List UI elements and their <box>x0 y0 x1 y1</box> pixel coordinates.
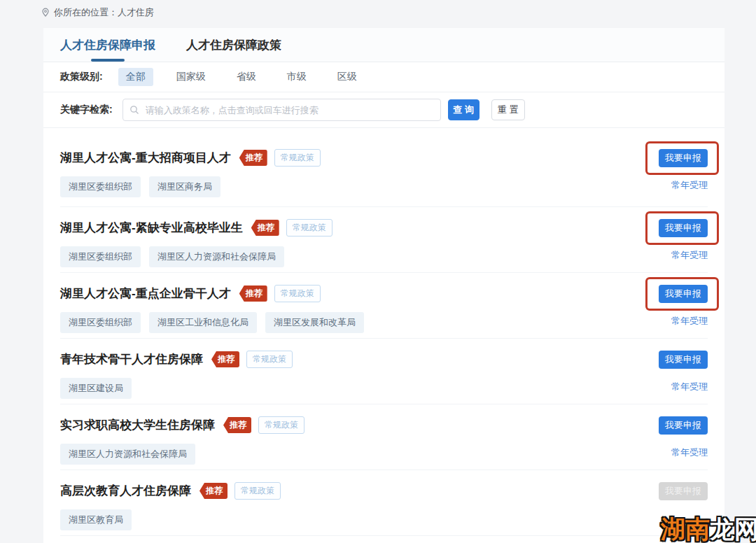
policy-type-tag: 常规政策 <box>234 482 281 500</box>
filter-option-city[interactable]: 市级 <box>279 68 314 86</box>
apply-button[interactable]: 我要申报 <box>659 149 708 167</box>
recommend-badge: 推荐 <box>200 483 227 499</box>
policy-type-tag: 常规政策 <box>274 285 321 302</box>
apply-button[interactable]: 我要申报 <box>659 416 708 435</box>
filter-option-national[interactable]: 国家级 <box>169 68 214 86</box>
policy-info: 湖里人才公寓-重大招商项目人才 推荐 常规政策 湖里区委组织部 湖里区商务局 <box>60 149 321 206</box>
accept-status: 常年受理 <box>671 446 708 459</box>
apply-button[interactable]: 我要申报 <box>659 351 708 369</box>
site-watermark: 湖南龙网 <box>661 516 756 543</box>
policy-item-4: 青年技术骨干人才住房保障 推荐 常规政策 湖里区建设局 我要申报 常年受理 <box>60 339 708 404</box>
recommend-badge: 推荐 <box>251 220 279 236</box>
accept-status: 常年受理 <box>671 179 708 192</box>
org-tag: 湖里区商务局 <box>149 176 220 197</box>
policy-item-6: 高层次教育人才住房保障 推荐 常规政策 湖里区教育局 我要申报 <box>60 470 708 536</box>
main-panel: 人才住房保障申报 人才住房保障政策 政策级别: 全部 国家级 省级 市级 区级 … <box>43 28 724 543</box>
reset-button[interactable]: 重 置 <box>491 99 525 120</box>
policy-info: 实习求职高校大学生住房保障 推荐 常规政策 湖里区人力资源和社会保障局 <box>60 416 304 470</box>
breadcrumb-prefix: 你所在的位置： <box>54 6 118 19</box>
recommend-badge: 推荐 <box>239 285 267 302</box>
search-box <box>122 99 441 121</box>
search-icon <box>130 105 139 115</box>
tab-bar: 人才住房保障申报 人才住房保障政策 <box>43 28 724 62</box>
policy-title[interactable]: 高层次教育人才住房保障 <box>60 483 191 499</box>
tab-policy-label: 人才住房保障政策 <box>186 37 281 53</box>
policy-info: 湖里人才公寓-重点企业骨干人才 推荐 常规政策 湖里区委组织部 湖里区工业和信息… <box>60 285 372 338</box>
apply-button-disabled: 我要申报 <box>659 482 708 500</box>
filter-option-provincial[interactable]: 省级 <box>229 68 264 86</box>
accept-status: 常年受理 <box>671 381 708 393</box>
location-pin-icon <box>41 8 50 17</box>
policy-type-tag: 常规政策 <box>274 149 321 167</box>
recommend-badge: 推荐 <box>211 351 239 367</box>
tab-policy[interactable]: 人才住房保障政策 <box>186 28 281 62</box>
policy-type-tag: 常规政策 <box>286 219 332 237</box>
org-tag: 湖里区教育局 <box>60 509 132 530</box>
policy-type-tag: 常规政策 <box>246 351 293 368</box>
org-tag: 湖里区委组织部 <box>60 246 141 267</box>
org-tag: 湖里区委组织部 <box>60 312 141 333</box>
filter-option-district[interactable]: 区级 <box>330 68 365 86</box>
policy-item-5: 实习求职高校大学生住房保障 推荐 常规政策 湖里区人力资源和社会保障局 我要申报… <box>60 404 708 470</box>
filter-option-all[interactable]: 全部 <box>118 68 153 86</box>
active-tab-underline <box>91 59 125 62</box>
query-button[interactable]: 查 询 <box>448 99 479 120</box>
policy-title[interactable]: 实习求职高校大学生住房保障 <box>60 417 215 433</box>
org-tag: 湖里区工业和信息化局 <box>149 312 257 333</box>
policy-info: 湖里人才公寓-紧缺专业高校毕业生 推荐 常规政策 湖里区委组织部 湖里区人力资源… <box>60 219 332 272</box>
accept-status: 常年受理 <box>671 315 708 327</box>
policy-title[interactable]: 湖里人才公寓-重大招商项目人才 <box>60 150 231 166</box>
policy-info: 高层次教育人才住房保障 推荐 常规政策 湖里区教育局 <box>60 482 281 535</box>
org-tag: 湖里区建设局 <box>60 378 132 399</box>
filter-label: 政策级别: <box>60 71 103 83</box>
apply-button[interactable]: 我要申报 <box>659 219 708 237</box>
policy-level-filter: 政策级别: 全部 国家级 省级 市级 区级 <box>43 62 724 92</box>
keyword-search-row: 关键字检索: 查 询 重 置 <box>43 92 724 128</box>
policy-title[interactable]: 湖里人才公寓-紧缺专业高校毕业生 <box>60 220 243 236</box>
tab-application-label: 人才住房保障申报 <box>60 37 155 53</box>
search-label: 关键字检索: <box>60 104 113 116</box>
watermark-part1: 湖南 <box>661 515 710 542</box>
policy-title[interactable]: 湖里人才公寓-重点企业骨干人才 <box>60 285 231 302</box>
search-input[interactable] <box>122 99 441 121</box>
org-tag: 湖里区人力资源和社会保障局 <box>149 246 284 267</box>
policy-title[interactable]: 青年技术骨干人才住房保障 <box>60 351 203 367</box>
policy-info: 青年技术骨干人才住房保障 推荐 常规政策 湖里区建设局 <box>60 351 293 404</box>
accept-status: 常年受理 <box>671 249 708 262</box>
apply-button[interactable]: 我要申报 <box>659 285 708 303</box>
policy-type-tag: 常规政策 <box>258 416 304 434</box>
recommend-badge: 推荐 <box>239 150 267 166</box>
breadcrumb-current[interactable]: 人才住房 <box>118 6 154 19</box>
watermark-part2: 龙网 <box>710 515 756 542</box>
recommend-badge: 推荐 <box>223 417 251 433</box>
policy-item-1: 湖里人才公寓-重大招商项目人才 推荐 常规政策 湖里区委组织部 湖里区商务局 我… <box>60 128 708 207</box>
org-tag: 湖里区发展和改革局 <box>265 312 364 333</box>
policy-item-3: 湖里人才公寓-重点企业骨干人才 推荐 常规政策 湖里区委组织部 湖里区工业和信息… <box>60 273 708 339</box>
policy-item-2: 湖里人才公寓-紧缺专业高校毕业生 推荐 常规政策 湖里区委组织部 湖里区人力资源… <box>60 207 708 273</box>
policy-list: 湖里人才公寓-重大招商项目人才 推荐 常规政策 湖里区委组织部 湖里区商务局 我… <box>43 128 724 536</box>
tab-application[interactable]: 人才住房保障申报 <box>60 28 155 62</box>
org-tag: 湖里区委组织部 <box>60 176 141 197</box>
breadcrumb: 你所在的位置： 人才住房 <box>41 6 154 19</box>
org-tag: 湖里区人力资源和社会保障局 <box>60 444 195 465</box>
